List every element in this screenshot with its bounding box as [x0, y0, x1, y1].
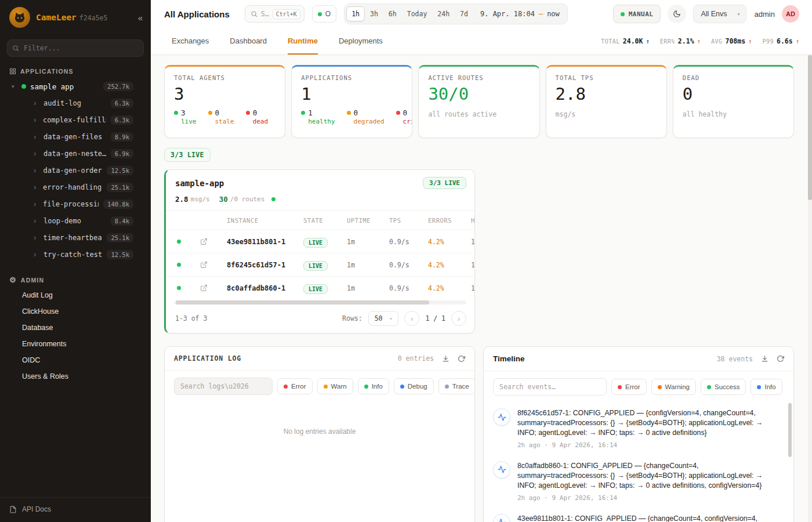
instance-table-header: INSTANCE STATE UPTIME TPS ERRORS H [166, 211, 474, 230]
timeline-search-input[interactable] [493, 378, 607, 396]
time-range-6h[interactable]: 6h [383, 6, 402, 21]
table-row[interactable]: 43ee9811b801-1 LIVE 1m 0.9/s 4.2% 1 [166, 230, 474, 253]
sidebar-collapse-button[interactable]: « [138, 13, 143, 22]
download-icon[interactable] [442, 355, 449, 362]
application-name[interactable]: sample-app [175, 179, 224, 188]
manual-status-dot [621, 12, 625, 16]
applications-section-label: APPLICATIONS [20, 68, 74, 75]
live-summary-row: 3/3 LIVE [164, 148, 794, 162]
timeline-filter-warning[interactable]: Warning [651, 379, 696, 395]
admin-section: ⚙ ADMIN Audit Log ClickHouse Database En… [0, 270, 151, 385]
chevron-down-icon: ▾ [390, 316, 393, 321]
external-link-icon[interactable] [200, 284, 208, 292]
log-filter-debug[interactable]: Debug [394, 378, 434, 394]
stat-err-rate: ERR%2.1%↑ [660, 37, 701, 45]
next-page-button[interactable]: › [451, 311, 466, 326]
sidebar-item-sample-app[interactable]: ▾ sample app 252.7k [0, 78, 151, 95]
download-icon[interactable] [761, 355, 768, 362]
prev-page-button[interactable]: ‹ [404, 311, 419, 326]
trend-up-icon: ↑ [646, 38, 649, 45]
green-dot [364, 385, 368, 389]
time-range-24h[interactable]: 24h [432, 6, 455, 21]
sidebar-item-clickhouse[interactable]: ClickHouse [0, 303, 151, 320]
tab-runtime[interactable]: Runtime [288, 28, 318, 55]
page-title: All Applications [164, 9, 230, 19]
scrollbar-thumb[interactable] [808, 55, 812, 200]
event-text: 43ee9811b801-1: CONFIG_APPLIED — {change… [517, 514, 757, 522]
time-range-3h[interactable]: 3h [365, 6, 383, 21]
log-search-input[interactable] [174, 378, 273, 395]
global-search[interactable]: S… Ctrl+K [245, 5, 304, 23]
time-range-today[interactable]: Today [402, 6, 433, 21]
sidebar-item-oidc[interactable]: OIDC [0, 352, 151, 368]
scrollbar-thumb[interactable] [176, 300, 429, 304]
amber-dot [347, 111, 351, 115]
sidebar-item-audit-log[interactable]: ›audit-log6.3k [0, 95, 151, 111]
table-row[interactable]: 8c0affadb860-1 LIVE 1m 0.9/s 4.2% 1 [166, 276, 474, 299]
gray-dot [445, 385, 449, 389]
event-text: 8c0affadb860-1: CONFIG_APPLIED — {change… [517, 461, 781, 491]
sidebar-item-error-handling[interactable]: ›error-handling-…25.1k [0, 179, 151, 195]
instance-status-dot [177, 240, 181, 244]
main-scrollbar[interactable] [808, 55, 812, 522]
external-link-icon[interactable] [200, 238, 208, 245]
refresh-icon[interactable] [458, 355, 465, 362]
state-badge: LIVE [303, 284, 328, 294]
external-link-icon[interactable] [200, 261, 208, 269]
refresh-icon[interactable] [777, 355, 784, 362]
online-status-chip[interactable]: O [312, 5, 336, 23]
live-summary-chip[interactable]: 3/3 LIVE [164, 148, 211, 162]
sidebar-item-database[interactable]: Database [0, 320, 151, 336]
sidebar-item-file-processing[interactable]: ›file-processing140.8k [0, 195, 151, 212]
stat-card-total-agents: TOTAL AGENTS 3 3live 0stale 0dead [164, 65, 285, 138]
timeline-scrollbar-thumb[interactable] [788, 403, 792, 457]
sidebar-filter-input[interactable] [7, 39, 144, 57]
avatar[interactable]: AD [782, 5, 799, 23]
environment-select[interactable]: All Envs ▾ [693, 5, 746, 23]
time-range-7d[interactable]: 7d [455, 6, 473, 21]
manual-refresh-toggle[interactable]: MANUAL [613, 5, 661, 23]
rows-per-page-select[interactable]: 50 ▾ [368, 311, 399, 326]
content-area: TOTAL AGENTS 3 3live 0stale 0dead APPLIC… [151, 55, 812, 522]
sidebar-item-environments[interactable]: Environments [0, 336, 151, 352]
count-badge: 8.9k [111, 132, 133, 142]
chevron-right-icon: › [34, 183, 38, 191]
time-range-1h[interactable]: 1h [346, 6, 365, 21]
live-badge: 3/3 LIVE [423, 177, 466, 189]
tab-deployments[interactable]: Deployments [339, 28, 383, 55]
sidebar-item-complex-fulfillment[interactable]: ›complex-fulfillm…6.3k [0, 111, 151, 128]
tab-exchanges[interactable]: Exchanges [172, 28, 209, 55]
timeline-filter-error[interactable]: Error [611, 379, 647, 395]
api-docs-link[interactable]: API Docs [0, 497, 151, 522]
table-row[interactable]: 8f6245c61d57-1 LIVE 1m 0.9/s 4.2% 1 [166, 253, 474, 276]
mini-stat-healthy: 1healthy [301, 108, 335, 125]
sidebar-item-loop-demo[interactable]: ›loop-demo8.4k [0, 212, 151, 229]
sidebar-item-users-roles[interactable]: Users & Roles [0, 368, 151, 385]
orange-dot [658, 385, 662, 389]
log-filter-trace[interactable]: Trace [438, 378, 475, 394]
sidebar-item-data-gen-files[interactable]: ›data-gen-files8.9k [0, 128, 151, 145]
log-filter-warn[interactable]: Warn [317, 378, 353, 394]
horizontal-scrollbar[interactable] [174, 300, 466, 305]
sidebar-item-try-catch-test[interactable]: ›try-catch-test12.5k [0, 246, 151, 263]
application-card: sample-app 3/3 LIVE 2.8 msg/s 30 /0 rout… [164, 169, 475, 334]
timeline-event[interactable]: 43ee9811b801-1: CONFIG_APPLIED — {change… [493, 508, 781, 522]
timeline-filter-info[interactable]: Info [751, 379, 782, 395]
sidebar-item-data-gen-orders[interactable]: ›data-gen-orders12.5k [0, 162, 151, 179]
count-badge: 252.7k [103, 82, 133, 91]
time-range-control: 1h 3h 6h Today 24h 7d 9. Apr. 18:04 — no… [344, 3, 568, 24]
sidebar-item-data-gen-nested[interactable]: ›data-gen-neste…6.9k [0, 145, 151, 162]
log-filter-error[interactable]: Error [277, 378, 313, 394]
dark-mode-toggle[interactable] [668, 5, 686, 23]
tps-unit: msg/s [191, 195, 210, 203]
green-dot [174, 111, 178, 115]
log-filter-info[interactable]: Info [358, 378, 389, 394]
timeline-event[interactable]: 8c0affadb860-1: CONFIG_APPLIED — {change… [493, 455, 781, 508]
trend-up-icon: ↑ [796, 38, 799, 45]
sidebar-item-audit-log-admin[interactable]: Audit Log [0, 287, 151, 303]
timeline-filter-success[interactable]: Success [701, 379, 746, 395]
row-range-info: 1-3 of 3 [175, 314, 207, 322]
tab-dashboard[interactable]: Dashboard [230, 28, 267, 55]
sidebar-item-timer-heartbeat[interactable]: ›timer-heartbeat25.1k [0, 229, 151, 246]
timeline-event[interactable]: 8f6245c61d57-1: CONFIG_APPLIED — {config… [493, 403, 781, 455]
